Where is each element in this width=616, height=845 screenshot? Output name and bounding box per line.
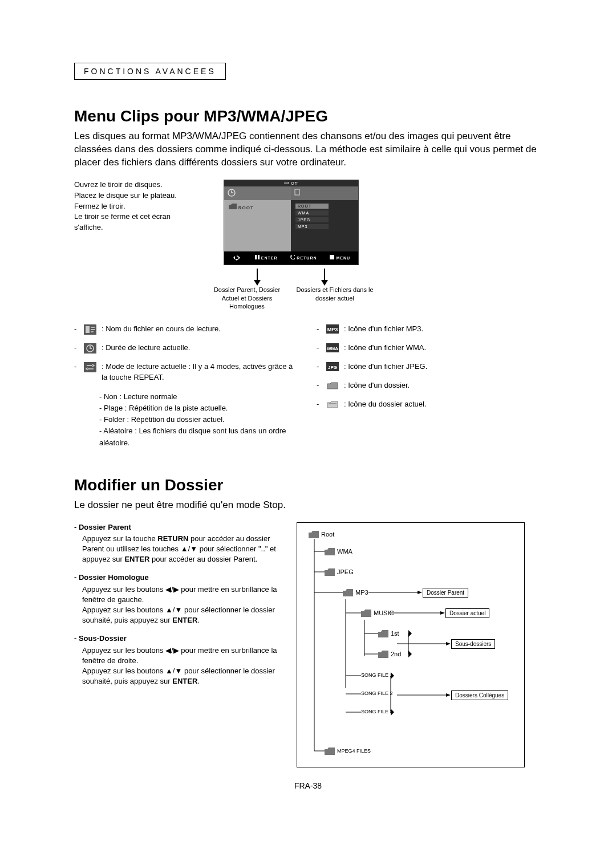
repeat-small-icon [283, 181, 289, 185]
tree-2nd: 2nd [391, 651, 401, 657]
ss-right-jpeg: JPEG [295, 217, 329, 222]
tree-song2: SONG FILE 2 [361, 690, 393, 696]
arrow-down-icon [321, 269, 329, 286]
folder-icon [309, 531, 319, 538]
ss-left-root: ROOT [238, 205, 254, 210]
caption-left: Dossier Parent, Dossier Actuel et Dossie… [207, 286, 287, 310]
folder-icon [325, 568, 335, 576]
tree-song1: SONG FILE 1 [361, 672, 393, 678]
block-body: Appuyez sur la touche RETURN pour accéde… [82, 534, 285, 565]
ss-off-label: Off [291, 181, 298, 185]
modify-intro: Le dossier ne peut être modifié qu'en mo… [74, 499, 542, 512]
lbl-current: Dossier actuel [445, 608, 489, 618]
arrow-down-icon [253, 269, 261, 286]
folder-icon [343, 589, 353, 596]
tree-music: MUSIC [374, 610, 394, 616]
mode-plage: Plage : Répétition de la piste actuelle. [99, 403, 299, 414]
folder-icon [378, 630, 388, 637]
nav-arrows-icon [232, 255, 242, 261]
svg-rect-8 [86, 326, 90, 333]
ss-menu: MENU [336, 256, 350, 260]
tree-song3: SONG FILE 3 [361, 709, 393, 714]
svg-rect-14 [84, 362, 96, 372]
lbl-parent: Dossier Parent [423, 588, 468, 598]
legend-current-folder: : Icône du dossier actuel. [344, 399, 542, 410]
ss-right-root: ROOT [295, 204, 329, 209]
heading-clips: Menu Clips pour MP3/WMA/JPEG [74, 107, 542, 125]
file-small-icon [294, 189, 300, 196]
legend-wma: : Icône d'un fichier WMA. [344, 343, 542, 354]
tree-1st: 1st [391, 630, 399, 637]
mode-non: Non : Lecture normale [99, 391, 299, 403]
svg-rect-4 [330, 255, 334, 259]
ss-enter: ENTER [261, 256, 278, 260]
intro-paragraph: Les disques au format MP3/WMA/JPEG conti… [74, 130, 542, 169]
block-body: Appuyez sur les boutons ◀/▶ pour mettre … [82, 584, 285, 626]
svg-rect-9 [91, 327, 95, 328]
svg-rect-2 [255, 255, 257, 259]
tree-wma: WMA [337, 548, 352, 555]
svg-rect-10 [91, 329, 95, 330]
folder-icon [325, 748, 335, 755]
mp3-icon: MP3 [326, 324, 339, 334]
svg-rect-3 [258, 255, 260, 259]
pause-icon [255, 255, 260, 259]
tree-root: Root [321, 531, 334, 538]
legend-jpeg: : Icône d'un fichier JPEG. [344, 361, 542, 372]
return-icon [290, 255, 295, 259]
block-title: Sous-Dossier [74, 633, 285, 644]
legend-filename: : Nom du fichier en cours de lecture. [102, 324, 299, 335]
lbl-sub: Sous-dossiers [451, 639, 495, 649]
folder-icon [325, 548, 335, 555]
tree-mp3: MP3 [355, 589, 368, 596]
page-number: FRA-38 [74, 781, 542, 790]
repeat-icon [83, 361, 97, 372]
ss-return: RETURN [297, 256, 317, 260]
wma-icon: WMA [326, 343, 339, 352]
block-title: Dossier Homologue [74, 572, 285, 583]
section-tag: Fonctions Avancees [74, 63, 226, 80]
legend-folder: : Icône d'un dossier. [344, 380, 542, 391]
folder-icon [361, 610, 371, 617]
folder-icon [326, 380, 339, 390]
lbl-peers: Dossiers Collègues [451, 690, 508, 700]
modify-instructions: Dossier ParentAppuyez sur la touche RETU… [74, 522, 285, 695]
svg-text:WMA: WMA [327, 346, 338, 351]
block-body: Appuyez sur les boutons ◀/▶ pour mettre … [82, 645, 285, 687]
instruction-text: Ouvrez le tiroir de disques.Placez le di… [74, 180, 188, 233]
heading-modify: Modifier un Dossier [74, 476, 542, 494]
clock-small-icon [228, 189, 236, 197]
menu-icon [330, 255, 334, 259]
legend-duration: : Durée de lecture actuelle. [102, 343, 299, 354]
tree-jpeg: JPEG [337, 568, 354, 575]
svg-rect-1 [295, 189, 299, 195]
caption-right: Dossiers et Fichiers dans le dossier act… [295, 286, 375, 310]
folder-tree-diagram: Root WMA JPEG MP3 MUSIC 1st [297, 522, 525, 767]
mode-folder: Folder : Répétition du dossier actuel. [99, 414, 299, 425]
ss-right-mp3: MP3 [295, 224, 329, 229]
svg-text:MP3: MP3 [327, 327, 338, 332]
current-folder-icon [326, 399, 339, 409]
svg-text:JPG: JPG [328, 365, 337, 370]
legend-playmode: : Mode de lecture actuelle : Il y a 4 mo… [102, 361, 299, 383]
file-playing-icon [83, 324, 97, 335]
jpeg-icon: JPG [326, 361, 339, 371]
tree-mpeg4: MPEG4 FILES [337, 748, 371, 754]
mode-random: Aléatoire : Les fichiers du disque sont … [99, 425, 299, 448]
block-title: Dossier Parent [74, 522, 285, 533]
legend-mp3: : Icône d'un fichier MP3. [344, 324, 542, 335]
ss-right-wma: WMA [295, 210, 329, 216]
ui-screenshot: Off ROOT ROOT [224, 180, 359, 266]
root-folder-icon [229, 204, 237, 209]
clock-icon [83, 343, 97, 354]
folder-icon [378, 651, 388, 658]
svg-rect-11 [91, 331, 94, 332]
